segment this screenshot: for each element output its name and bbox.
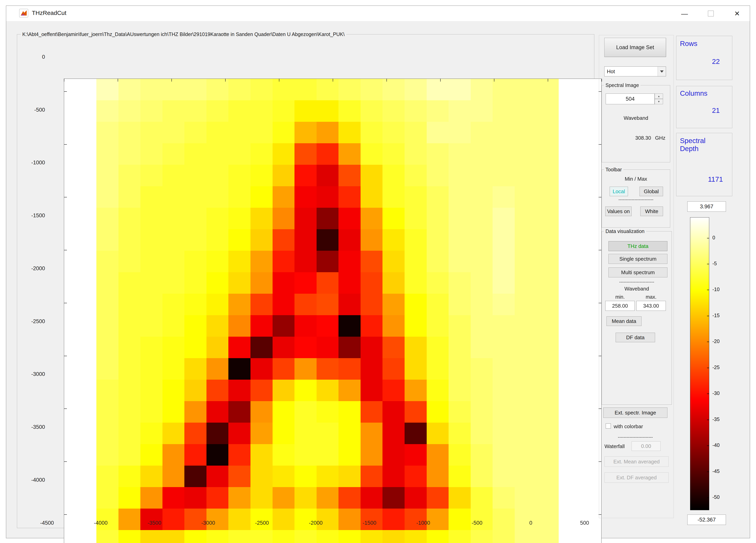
with-colorbar-checkbox[interactable] (606, 423, 611, 429)
x-tick-mark-top (440, 79, 441, 82)
columns-value: 21 (712, 107, 720, 114)
colormap-dropdown[interactable]: Hot (604, 66, 666, 76)
y-tick-mark (64, 461, 67, 462)
single-spectrum-button[interactable]: Single spectrum (608, 254, 667, 264)
columns-label: Columns (680, 89, 707, 97)
y-tick-label: 0 (23, 54, 45, 60)
y-tick-label: -2500 (23, 318, 45, 324)
waveband-readout: 308.30 GHz (606, 135, 665, 141)
y-tick-label: -3500 (23, 424, 45, 430)
close-button[interactable]: ✕ (729, 8, 745, 19)
colorbar-tick-label: 0 (712, 235, 715, 241)
x-tick-label: 0 (517, 520, 545, 526)
load-image-set-button[interactable]: Load Image Set (604, 38, 666, 57)
y-tick-label: -3000 (23, 371, 45, 377)
rows-value: 22 (712, 58, 720, 66)
colorbar-canvas (690, 218, 709, 510)
colorbar-min-input[interactable]: -52.367 (687, 515, 726, 525)
export-separator: ------------------------ (603, 434, 667, 440)
colorbar-max-input[interactable]: 3.967 (687, 201, 726, 212)
x-tick-label: -3000 (194, 520, 222, 526)
spectral-image-label: Spectral Image (604, 82, 641, 88)
x-tick-mark-top (64, 79, 64, 82)
waveband-max-label: max. (636, 294, 666, 300)
waveband-value: 308.30 (635, 135, 651, 141)
y-tick-mark (64, 250, 67, 250)
image-path: K:\Abt4_oeffent\Benjamin\fuer_joern\Thz_… (21, 31, 346, 37)
colorbar-tick-label: -30 (712, 390, 720, 396)
spectral-depth-value: 1171 (708, 175, 723, 183)
colorbar-tick-label: -40 (712, 442, 720, 448)
colorbar-tick-label: -35 (712, 416, 720, 422)
y-tick-label: -2000 (23, 266, 45, 272)
multi-spectrum-button[interactable]: Multi spectrum (608, 268, 667, 277)
mean-data-button[interactable]: Mean data (606, 316, 642, 326)
waveband-unit: GHz (655, 135, 665, 141)
window-title: THzReadCut (32, 10, 66, 16)
x-tick-label: -2500 (248, 520, 276, 526)
maximize-button[interactable] (703, 8, 719, 19)
x-tick-mark-top (279, 79, 279, 82)
x-tick-mark-top (118, 79, 118, 82)
spinner-up-icon[interactable]: ▲ (655, 94, 663, 99)
toolbar-label: Toolbar (604, 167, 623, 173)
colorbar-tick-label: -50 (712, 494, 720, 500)
y-tick-label: -1500 (23, 213, 45, 219)
y-tick-mark (64, 144, 67, 145)
white-button[interactable]: White (640, 207, 663, 216)
x-tick-mark-top (171, 79, 172, 82)
spectral-index-input[interactable]: 504 (606, 94, 655, 104)
x-tick-label: -2000 (302, 520, 330, 526)
colorbar-tick-label: -5 (712, 261, 717, 267)
global-button[interactable]: Global (640, 187, 663, 196)
y-tick-mark (64, 303, 67, 303)
colorbar-tick-label: -10 (712, 286, 720, 292)
spinner-down-icon[interactable]: ▼ (655, 99, 663, 104)
rows-box: Rows 22 (676, 36, 732, 80)
y-tick-label: -1000 (23, 160, 45, 166)
spectral-depth-label: Spectral Depth (680, 137, 722, 153)
titlebar (6, 6, 750, 21)
dropdown-arrow-icon[interactable] (658, 67, 666, 76)
x-tick-mark-top (548, 79, 548, 82)
colormap-value: Hot (607, 68, 615, 75)
plot-axes (64, 79, 601, 543)
colorbar-tick-label: -25 (712, 364, 720, 370)
waterfall-input[interactable]: 0.00 (632, 441, 661, 451)
y-tick-mark (64, 514, 67, 515)
x-tick-mark-top (494, 79, 494, 82)
y-tick-mark (64, 197, 67, 198)
matlab-icon (19, 9, 28, 18)
x-tick-mark-top (333, 79, 333, 82)
datavis-separator: ------------------------ (602, 279, 672, 284)
waveband-min-input[interactable]: 258.00 (605, 301, 635, 311)
colorbar-tick-label: -45 (712, 468, 720, 474)
minimize-button[interactable]: — (677, 8, 692, 19)
with-colorbar-label: with colorbar (614, 423, 643, 430)
colorbar-tick-label: -20 (712, 338, 720, 344)
waveband-min-label: min. (605, 294, 635, 300)
colorbar (690, 217, 709, 510)
waveband-label: Waveband (602, 115, 670, 121)
spectral-depth-box: Spectral Depth 1171 (676, 133, 732, 196)
minmax-label: Min / Max (602, 176, 670, 182)
toolbar-separator: ------------------------ (602, 197, 670, 202)
plot-panel: K:\Abt4_oeffent\Benjamin\fuer_joern\Thz_… (17, 34, 594, 528)
ext-df-averaged-button: Ext. DF averaged (604, 472, 669, 483)
x-tick-label: -4500 (33, 520, 61, 526)
x-tick-label: -500 (463, 520, 491, 526)
thz-data-button[interactable]: THz data (608, 241, 667, 251)
df-data-button[interactable]: DF data (616, 333, 655, 342)
values-on-button[interactable]: Values on (605, 207, 632, 216)
y-tick-mark (64, 91, 67, 92)
ext-spectral-image-button[interactable]: Ext. spectr. Image (603, 407, 667, 418)
y-tick-mark (64, 408, 67, 409)
local-button[interactable]: Local (610, 187, 628, 196)
waterfall-label: Waterfall (604, 443, 625, 449)
heatmap-canvas[interactable] (96, 79, 559, 543)
x-tick-label: -4000 (87, 520, 115, 526)
x-tick-label: -3500 (141, 520, 168, 526)
y-tick-mark (64, 356, 67, 356)
columns-box: Columns 21 (676, 86, 732, 128)
waveband-max-input[interactable]: 343.00 (636, 301, 666, 311)
